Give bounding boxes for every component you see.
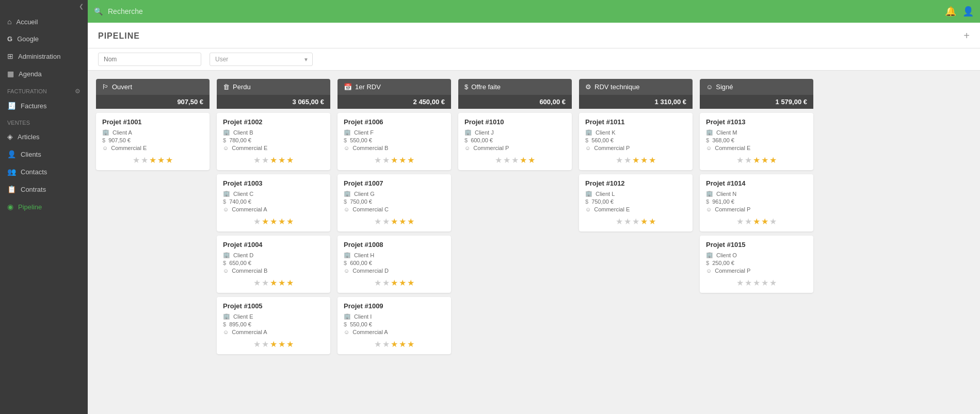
star-2[interactable]: ★ <box>745 217 752 226</box>
star-4[interactable]: ★ <box>399 217 406 226</box>
star-3[interactable]: ★ <box>511 155 519 165</box>
star-5[interactable]: ★ <box>407 217 414 226</box>
star-2[interactable]: ★ <box>624 155 631 165</box>
star-3[interactable]: ★ <box>391 339 398 349</box>
star-3[interactable]: ★ <box>632 155 639 165</box>
star-4[interactable]: ★ <box>761 155 768 165</box>
star-5[interactable]: ★ <box>649 217 656 226</box>
star-5[interactable]: ★ <box>286 155 294 165</box>
card[interactable]: Projet #1002 🏢 Client B $ 780,00 € ☺ Com… <box>217 113 330 170</box>
sidebar-item-clients[interactable]: 👤 Clients <box>0 145 88 163</box>
star-4[interactable]: ★ <box>640 155 648 165</box>
star-5[interactable]: ★ <box>286 278 294 288</box>
star-3[interactable]: ★ <box>391 155 398 165</box>
star-4[interactable]: ★ <box>278 155 285 165</box>
star-2[interactable]: ★ <box>262 339 269 349</box>
star-1[interactable]: ★ <box>736 278 744 288</box>
sidebar-item-contacts[interactable]: 👥 Contacts <box>0 163 88 180</box>
star-4[interactable]: ★ <box>278 278 285 288</box>
sidebar-item-agenda[interactable]: ▦ Agenda <box>0 65 88 82</box>
star-2[interactable]: ★ <box>262 155 269 165</box>
star-5[interactable]: ★ <box>286 217 294 226</box>
facturation-gear-icon[interactable]: ⚙ <box>75 88 81 95</box>
star-1[interactable]: ★ <box>253 339 261 349</box>
sidebar-item-accueil[interactable]: ⌂ Accueil <box>0 13 88 30</box>
star-3[interactable]: ★ <box>391 217 398 226</box>
pipeline-add-button[interactable]: + <box>963 30 970 48</box>
star-3[interactable]: ★ <box>270 217 277 226</box>
card[interactable]: Projet #1014 🏢 Client N $ 961,00 € ☺ Com… <box>700 174 813 231</box>
star-5[interactable]: ★ <box>407 278 414 288</box>
notification-bell-icon[interactable]: 🔔 <box>945 6 956 17</box>
star-5[interactable]: ★ <box>407 155 414 165</box>
star-2[interactable]: ★ <box>262 217 269 226</box>
star-2[interactable]: ★ <box>382 217 390 226</box>
star-3[interactable]: ★ <box>753 217 760 226</box>
card[interactable]: Projet #1008 🏢 Client H $ 600,00 € ☺ Com… <box>338 236 451 293</box>
sidebar-collapse-btn[interactable]: ❮ <box>0 0 88 13</box>
star-1[interactable]: ★ <box>374 339 381 349</box>
star-1[interactable]: ★ <box>133 155 140 165</box>
star-5[interactable]: ★ <box>769 278 777 288</box>
star-1[interactable]: ★ <box>736 155 744 165</box>
star-3[interactable]: ★ <box>632 217 639 226</box>
star-3[interactable]: ★ <box>270 339 277 349</box>
star-3[interactable]: ★ <box>270 155 277 165</box>
star-2[interactable]: ★ <box>745 278 752 288</box>
card[interactable]: Projet #1011 🏢 Client K $ 560,00 € ☺ Com… <box>579 113 693 170</box>
star-2[interactable]: ★ <box>382 155 390 165</box>
card[interactable]: Projet #1013 🏢 Client M $ 368,00 € ☺ Com… <box>700 113 813 170</box>
star-4[interactable]: ★ <box>278 217 285 226</box>
star-4[interactable]: ★ <box>157 155 165 165</box>
star-2[interactable]: ★ <box>382 339 390 349</box>
star-1[interactable]: ★ <box>495 155 502 165</box>
star-1[interactable]: ★ <box>253 155 261 165</box>
star-2[interactable]: ★ <box>382 278 390 288</box>
star-4[interactable]: ★ <box>761 217 768 226</box>
sidebar-item-articles[interactable]: ◈ Articles <box>0 128 88 145</box>
card[interactable]: Projet #1010 🏢 Client J $ 600,00 € ☺ Com… <box>458 113 572 170</box>
star-4[interactable]: ★ <box>399 339 406 349</box>
star-1[interactable]: ★ <box>253 217 261 226</box>
card[interactable]: Projet #1004 🏢 Client D $ 650,00 € ☺ Com… <box>217 236 330 293</box>
star-5[interactable]: ★ <box>769 217 777 226</box>
filter-nom-input[interactable] <box>98 53 201 66</box>
star-1[interactable]: ★ <box>736 217 744 226</box>
star-1[interactable]: ★ <box>616 155 623 165</box>
star-3[interactable]: ★ <box>753 155 760 165</box>
star-5[interactable]: ★ <box>286 339 294 349</box>
user-avatar-icon[interactable]: 👤 <box>962 6 974 17</box>
star-4[interactable]: ★ <box>520 155 527 165</box>
star-4[interactable]: ★ <box>278 339 285 349</box>
star-4[interactable]: ★ <box>399 155 406 165</box>
filter-user-select[interactable]: User <box>210 53 313 66</box>
star-4[interactable]: ★ <box>640 217 648 226</box>
sidebar-item-google[interactable]: G Google <box>0 30 88 47</box>
star-1[interactable]: ★ <box>616 217 623 226</box>
sidebar-item-pipeline[interactable]: ◉ Pipeline <box>0 198 88 216</box>
star-2[interactable]: ★ <box>745 155 752 165</box>
search-input[interactable] <box>108 7 940 15</box>
star-1[interactable]: ★ <box>374 278 381 288</box>
card[interactable]: Projet #1009 🏢 Client I $ 550,00 € ☺ Com… <box>338 297 451 354</box>
star-1[interactable]: ★ <box>374 217 381 226</box>
star-3[interactable]: ★ <box>753 278 760 288</box>
star-2[interactable]: ★ <box>262 278 269 288</box>
sidebar-item-factures[interactable]: 🧾 Factures <box>0 97 88 114</box>
star-2[interactable]: ★ <box>624 217 631 226</box>
card[interactable]: Projet #1006 🏢 Client F $ 550,00 € ☺ Com… <box>338 113 451 170</box>
star-3[interactable]: ★ <box>391 278 398 288</box>
star-5[interactable]: ★ <box>407 339 414 349</box>
card[interactable]: Projet #1001 🏢 Client A $ 907,50 € ☺ Com… <box>96 113 210 170</box>
sidebar-item-contrats[interactable]: 📋 Contrats <box>0 180 88 198</box>
star-2[interactable]: ★ <box>503 155 510 165</box>
card[interactable]: Projet #1003 🏢 Client C $ 740,00 € ☺ Com… <box>217 174 330 231</box>
star-5[interactable]: ★ <box>528 155 535 165</box>
star-2[interactable]: ★ <box>141 155 148 165</box>
star-5[interactable]: ★ <box>649 155 656 165</box>
card[interactable]: Projet #1012 🏢 Client L $ 750,00 € ☺ Com… <box>579 174 693 231</box>
star-3[interactable]: ★ <box>270 278 277 288</box>
star-1[interactable]: ★ <box>374 155 381 165</box>
card[interactable]: Projet #1007 🏢 Client G $ 750,00 € ☺ Com… <box>338 174 451 231</box>
card[interactable]: Projet #1015 🏢 Client O $ 250,00 € ☺ Com… <box>700 236 813 293</box>
